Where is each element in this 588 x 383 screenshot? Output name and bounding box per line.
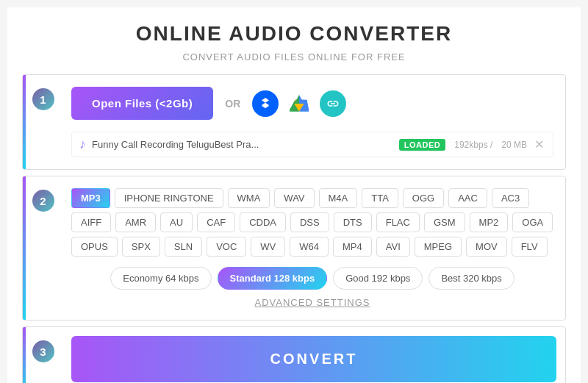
step3-content: CONVERT — [62, 327, 565, 383]
file-name: Funny Call Recording TeluguBest Pra... — [92, 139, 393, 150]
file-row: ♪ Funny Call Recording TeluguBest Pra...… — [71, 132, 553, 157]
subtitle: CONVERT AUDIO FILES ONLINE FOR FREE — [7, 51, 581, 62]
step1-number-area: 1 — [26, 75, 62, 169]
step2-circle: 2 — [32, 190, 54, 212]
google-drive-icon[interactable] — [286, 90, 312, 117]
file-icon: ♪ — [79, 137, 86, 152]
remove-file-button[interactable]: ✕ — [533, 137, 545, 151]
format-btn-dts[interactable]: DTS — [334, 212, 372, 232]
format-btn-m4a[interactable]: M4A — [319, 188, 358, 208]
advanced-settings-link[interactable]: ADVANCED SETTINGS — [71, 297, 553, 308]
format-btn-ac3[interactable]: AC3 — [492, 188, 529, 208]
format-btn-mpeg[interactable]: MPEG — [415, 237, 462, 257]
convert-button[interactable]: CONVERT — [71, 336, 556, 382]
format-btn-mp4[interactable]: MP4 — [333, 237, 372, 257]
step1-panel: 1 Open Files (<2Gb) OR — [22, 74, 566, 170]
format-btn-au[interactable]: AU — [160, 212, 193, 232]
cloud-icons-group — [252, 90, 346, 117]
file-size: 20 MB — [501, 140, 527, 150]
format-btn-mov[interactable]: MOV — [466, 237, 507, 257]
format-btn-aac[interactable]: AAC — [448, 188, 487, 208]
step1-content: Open Files (<2Gb) OR — [62, 75, 565, 169]
main-container: ONLINE AUDIO CONVERTER CONVERT AUDIO FIL… — [7, 7, 581, 383]
format-btn-mp3[interactable]: MP3 — [71, 188, 110, 208]
format-btn-iphone-ringtone[interactable]: IPHONE RINGTONE — [115, 188, 223, 208]
format-btn-mp2[interactable]: MP2 — [470, 212, 509, 232]
open-files-button[interactable]: Open Files (<2Gb) — [71, 87, 213, 120]
step3-circle: 3 — [32, 340, 54, 362]
format-btn-oga[interactable]: OGA — [512, 212, 553, 232]
format-btn-amr[interactable]: AMR — [115, 212, 156, 232]
format-btn-cdda[interactable]: CDDA — [240, 212, 286, 232]
format-btn-tta[interactable]: TTA — [362, 188, 398, 208]
file-bitrate: 192kbps / — [454, 140, 492, 150]
format-btn-wav[interactable]: WAV — [274, 188, 314, 208]
step3-number-area: 3 — [26, 327, 62, 383]
step2-number-area: 2 — [26, 176, 62, 320]
format-btn-voc[interactable]: VOC — [207, 237, 246, 257]
format-btn-flv[interactable]: FLV — [512, 237, 548, 257]
format-btn-spx[interactable]: SPX — [122, 237, 160, 257]
format-btn-avi[interactable]: AVI — [376, 237, 410, 257]
format-grid: MP3IPHONE RINGTONEWMAWAVM4ATTAOGGAACAC3A… — [71, 188, 553, 257]
format-btn-opus[interactable]: OPUS — [71, 237, 118, 257]
format-btn-w64[interactable]: W64 — [290, 237, 329, 257]
or-text: OR — [225, 98, 240, 110]
format-btn-wv[interactable]: WV — [251, 237, 285, 257]
format-btn-caf[interactable]: CAF — [197, 212, 235, 232]
format-btn-sln[interactable]: SLN — [165, 237, 202, 257]
loaded-badge: LOADED — [399, 139, 445, 151]
step2-content: MP3IPHONE RINGTONEWMAWAVM4ATTAOGGAACAC3A… — [62, 176, 565, 320]
link-icon[interactable] — [320, 90, 346, 117]
quality-row: Economy 64 kbpsStandard 128 kbpsGood 192… — [71, 267, 553, 290]
step3-panel: 3 CONVERT — [22, 326, 566, 383]
format-btn-wma[interactable]: WMA — [228, 188, 270, 208]
format-btn-ogg[interactable]: OGG — [403, 188, 444, 208]
step1-circle: 1 — [32, 88, 54, 110]
quality-btn-2[interactable]: Good 192 kbps — [333, 267, 423, 290]
quality-btn-1[interactable]: Standard 128 kbps — [218, 267, 328, 290]
format-btn-aiff[interactable]: AIFF — [71, 212, 111, 232]
step1-row: Open Files (<2Gb) OR — [71, 87, 553, 120]
dropbox-icon[interactable] — [252, 90, 279, 117]
step2-panel: 2 MP3IPHONE RINGTONEWMAWAVM4ATTAOGGAACAC… — [22, 176, 566, 321]
quality-btn-3[interactable]: Best 320 kbps — [429, 267, 514, 290]
quality-btn-0[interactable]: Economy 64 kbps — [110, 267, 211, 290]
format-btn-gsm[interactable]: GSM — [424, 212, 465, 232]
format-btn-flac[interactable]: FLAC — [376, 212, 420, 232]
format-btn-dss[interactable]: DSS — [290, 212, 329, 232]
main-title: ONLINE AUDIO CONVERTER — [7, 22, 581, 46]
